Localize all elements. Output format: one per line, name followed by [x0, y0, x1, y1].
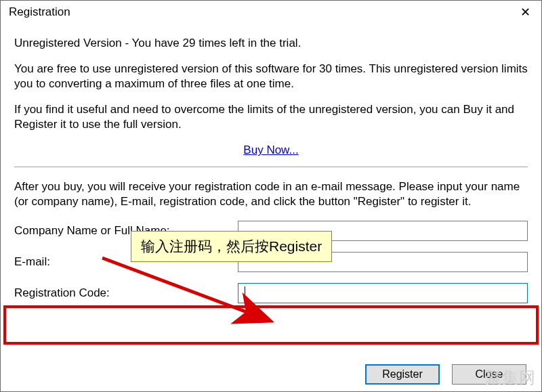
registration-code-input[interactable]: [238, 283, 528, 303]
instructions-paragraph: After you buy, you will receive your reg…: [14, 179, 528, 209]
buy-now-row: Buy Now...: [14, 143, 528, 158]
info-paragraph-1: You are free to use unregistered version…: [14, 62, 528, 91]
info-paragraph-2: If you find it useful and need to overco…: [14, 102, 528, 132]
titlebar: Registration ✕: [1, 1, 541, 24]
trial-status-text: Unregistered Version - You have 29 times…: [14, 36, 528, 51]
close-button[interactable]: Close: [452, 364, 526, 385]
divider: [14, 167, 528, 167]
code-row: Registration Code:: [14, 282, 528, 304]
highlight-annotation: [3, 305, 539, 345]
button-row: Register Close: [365, 364, 526, 385]
callout-annotation: 输入注册码，然后按Register: [131, 231, 332, 262]
registration-dialog: Registration ✕ Unregistered Version - Yo…: [0, 0, 542, 392]
buy-now-link[interactable]: Buy Now...: [243, 144, 298, 156]
window-title: Registration: [9, 5, 70, 19]
register-button[interactable]: Register: [365, 364, 440, 385]
close-icon[interactable]: ✕: [509, 1, 541, 24]
registration-code-label: Registration Code:: [14, 286, 238, 301]
text-caret: [245, 286, 245, 300]
